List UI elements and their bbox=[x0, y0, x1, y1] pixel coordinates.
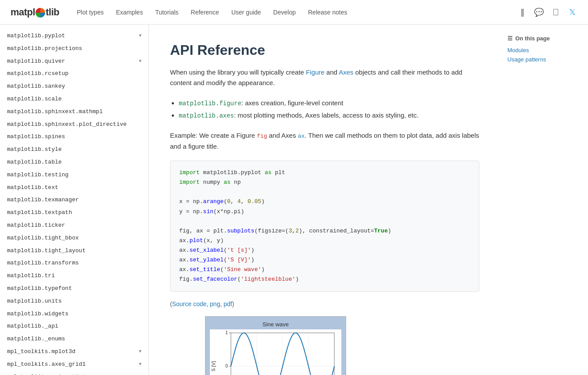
chart-canvas bbox=[210, 329, 341, 375]
sidebar-item-label: matplotlib.scale bbox=[7, 95, 62, 104]
sidebar-item-label: matplotlib.spines bbox=[7, 132, 65, 142]
chevron-down-icon: ▼ bbox=[139, 348, 142, 355]
sidebar-item-axes-grid1[interactable]: mpl_toolkits.axes_grid1 ▼ bbox=[0, 358, 149, 371]
sidebar-item-spines[interactable]: matplotlib.spines bbox=[0, 131, 149, 143]
sidebar-item-label: matplotlib.rcsetup bbox=[7, 69, 68, 79]
twitter-icon[interactable]: 𝕏 bbox=[567, 7, 577, 18]
sidebar-item-api[interactable]: matplotlib._api bbox=[0, 320, 149, 333]
figure-link[interactable]: Figure bbox=[306, 68, 325, 76]
sidebar-item-axisartist[interactable]: mpl_toolkits.axisartist ▼ bbox=[0, 371, 149, 375]
sidebar-item-quiver[interactable]: matplotlib.quiver ▼ bbox=[0, 55, 149, 68]
figure-desc: : axes creation, figure-level content bbox=[241, 99, 344, 107]
sidebar-item-pyplot[interactable]: matplotlib.pyplot ▼ bbox=[0, 30, 149, 43]
matplotlib-figure-link[interactable]: matplotlib.figure bbox=[179, 100, 241, 107]
search-icon[interactable]: ‖ bbox=[517, 7, 528, 18]
sidebar-item-label: matplotlib.tight_layout bbox=[7, 246, 85, 256]
axes-link[interactable]: Axes bbox=[339, 68, 353, 76]
sidebar-item-tight-layout[interactable]: matplotlib.tight_layout bbox=[0, 245, 149, 257]
sidebar-item-label: matplotlib.quiver bbox=[7, 57, 65, 66]
sidebar-item-ticker[interactable]: matplotlib.ticker bbox=[0, 219, 149, 232]
list-item-figure: matplotlib.figure: axes creation, figure… bbox=[179, 97, 479, 109]
on-this-page-title: ☰ On this page bbox=[507, 35, 581, 42]
sidebar-item-testing[interactable]: matplotlib.testing bbox=[0, 169, 149, 182]
sidebar-item-sphinxext-plot[interactable]: matplotlib.sphinxext.plot_directive bbox=[0, 118, 149, 131]
fig-inline: fig bbox=[257, 133, 267, 139]
top-navigation: matpltlib Plot types Examples Tutorials … bbox=[0, 0, 588, 25]
sidebar-item-label: matplotlib._enums bbox=[7, 335, 65, 344]
sidebar-item-style[interactable]: matplotlib.style bbox=[0, 143, 149, 156]
sidebar-item-label: matplotlib.table bbox=[7, 158, 62, 167]
nav-plot-types[interactable]: Plot types bbox=[77, 9, 103, 16]
sidebar-item-label: matplotlib.units bbox=[7, 297, 62, 306]
sidebar-item-label: mpl_toolkits.mplot3d bbox=[7, 347, 75, 357]
sidebar-item-textpath[interactable]: matplotlib.textpath bbox=[0, 207, 149, 219]
sidebar-item-label: matplotlib.pyplot bbox=[7, 32, 65, 41]
sidebar-item-typefont[interactable]: matplotlib.typefont bbox=[0, 282, 149, 295]
nav-develop[interactable]: Develop bbox=[273, 9, 296, 16]
nav-reference[interactable]: Reference bbox=[191, 9, 219, 16]
sidebar-item-label: matplotlib._api bbox=[7, 322, 58, 331]
sidebar-item-transforms[interactable]: matplotlib.transforms bbox=[0, 257, 149, 270]
sidebar-item-projections[interactable]: matplotlib.projections bbox=[0, 43, 149, 55]
pdf-link[interactable]: pdf bbox=[223, 300, 232, 307]
chevron-down-icon: ▼ bbox=[139, 32, 142, 39]
sidebar-item-table[interactable]: matplotlib.table bbox=[0, 156, 149, 169]
matplotlib-axes-link[interactable]: matplotlib.axes bbox=[179, 112, 234, 119]
sidebar-item-tri[interactable]: matplotlib.tri bbox=[0, 270, 149, 282]
sidebar-item-texmanager[interactable]: matplotlib.texmanager bbox=[0, 194, 149, 207]
sidebar-item-sphinxext-mathmpl[interactable]: matplotlib.sphinxext.mathmpl bbox=[0, 106, 149, 118]
sidebar-item-sankey[interactable]: matplotlib.sankey bbox=[0, 80, 149, 93]
sidebar-item-label: matplotlib.textpath bbox=[7, 208, 72, 218]
sidebar-item-units[interactable]: matplotlib.units bbox=[0, 295, 149, 308]
sidebar-item-label: matplotlib.style bbox=[7, 145, 62, 154]
axes-desc: : most plotting methods, Axes labels, ac… bbox=[234, 111, 418, 119]
sidebar-item-label: matplotlib.widgets bbox=[7, 310, 68, 319]
chat-icon[interactable]: 💬 bbox=[534, 7, 544, 18]
sidebar-item-label: matplotlib.transforms bbox=[7, 259, 79, 268]
sidebar: matplotlib.pyplot ▼ matplotlib.projectio… bbox=[0, 25, 149, 375]
sidebar-item-tight-bbox[interactable]: matplotlib.tight_bbox bbox=[0, 232, 149, 245]
sine-wave-chart: Sine wave bbox=[205, 316, 346, 375]
nav-links: Plot types Examples Tutorials Reference … bbox=[77, 9, 517, 16]
sidebar-item-enums[interactable]: matplotlib._enums bbox=[0, 333, 149, 346]
logo-text-after: tlib bbox=[46, 7, 59, 18]
sidebar-item-label: matplotlib.tri bbox=[7, 271, 55, 281]
chart-title: Sine wave bbox=[210, 321, 341, 328]
source-code-link[interactable]: Source code bbox=[172, 300, 207, 307]
sidebar-item-widgets[interactable]: matplotlib.widgets bbox=[0, 308, 149, 321]
nav-tutorials[interactable]: Tutorials bbox=[155, 9, 178, 16]
chevron-down-icon: ▼ bbox=[139, 58, 142, 65]
github-icon[interactable]: ⎕ bbox=[550, 7, 561, 18]
logo[interactable]: matpltlib bbox=[11, 7, 59, 18]
right-sidebar: ☰ On this page Modules Usage patterns bbox=[500, 25, 588, 76]
sidebar-item-scale[interactable]: matplotlib.scale bbox=[0, 93, 149, 106]
sidebar-item-label: matplotlib.sankey bbox=[7, 82, 65, 91]
example-paragraph: Example: We create a Figure fig and Axes… bbox=[170, 130, 479, 152]
sidebar-item-rcsetup[interactable]: matplotlib.rcsetup bbox=[0, 68, 149, 80]
sidebar-item-label: matplotlib.sphinxext.plot_directive bbox=[7, 120, 127, 129]
nav-icons: ‖ 💬 ⎕ 𝕏 bbox=[517, 7, 577, 18]
nav-user-guide[interactable]: User guide bbox=[231, 9, 261, 16]
code-block: import matplotlib.pyplot as plt import n… bbox=[170, 161, 479, 292]
sidebar-item-label: matplotlib.text bbox=[7, 183, 58, 193]
ax-inline: ax bbox=[298, 133, 305, 139]
sidebar-item-label: matplotlib.tight_bbox bbox=[7, 234, 79, 243]
sidebar-item-label: matplotlib.sphinxext.mathmpl bbox=[7, 107, 103, 117]
page-title: API Reference bbox=[170, 42, 479, 58]
main-content: API Reference When using the library you… bbox=[149, 25, 500, 375]
sidebar-item-mplot3d[interactable]: mpl_toolkits.mplot3d ▼ bbox=[0, 346, 149, 358]
usage-patterns-link[interactable]: Usage patterns bbox=[507, 56, 581, 63]
nav-examples[interactable]: Examples bbox=[116, 9, 143, 16]
sidebar-item-label: matplotlib.ticker bbox=[7, 221, 65, 230]
logo-icon bbox=[35, 8, 45, 18]
nav-release-notes[interactable]: Release notes bbox=[308, 9, 347, 16]
sidebar-item-text[interactable]: matplotlib.text bbox=[0, 182, 149, 194]
logo-text-before: matpl bbox=[11, 7, 35, 18]
png-link[interactable]: png bbox=[210, 300, 220, 307]
page-layout: matplotlib.pyplot ▼ matplotlib.projectio… bbox=[0, 25, 588, 375]
sidebar-item-label: matplotlib.typefont bbox=[7, 284, 72, 293]
modules-link[interactable]: Modules bbox=[507, 47, 581, 54]
module-list: matplotlib.figure: axes creation, figure… bbox=[179, 97, 479, 121]
intro-paragraph: When using the library you will typicall… bbox=[170, 67, 479, 88]
sidebar-item-label: matplotlib.testing bbox=[7, 171, 68, 180]
